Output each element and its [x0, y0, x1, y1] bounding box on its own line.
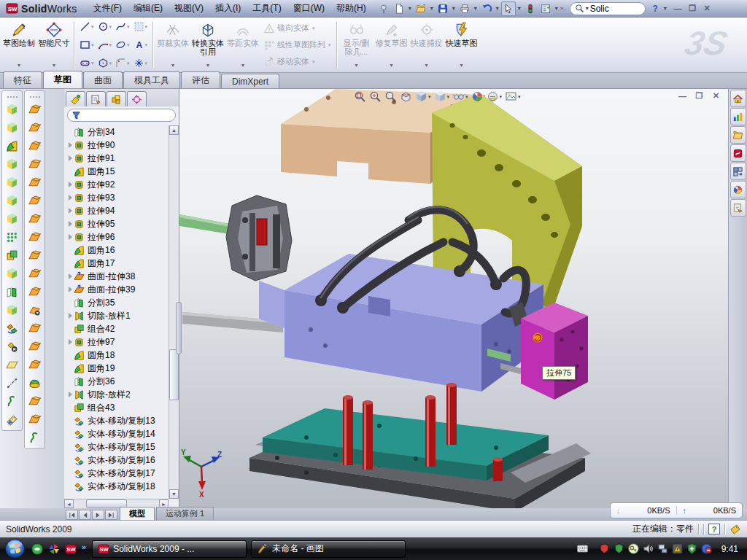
close-button[interactable]: ✕: [701, 3, 713, 14]
tree-item[interactable]: 实体-移动/复制14: [64, 427, 169, 440]
taskbar-task-button[interactable]: SW SolidWorks 2009 - ...: [92, 540, 247, 558]
toolbar-button[interactable]: 草图绘制 ▾: [1, 20, 36, 70]
surface-tool-button[interactable]: [25, 319, 44, 338]
dropdown-caret-icon[interactable]: ▾: [206, 62, 209, 69]
tree-item[interactable]: 分割34: [64, 125, 169, 139]
panel-splitter[interactable]: [176, 302, 182, 354]
help-button[interactable]: ?: [649, 3, 662, 14]
expand-arrow-icon[interactable]: [66, 313, 74, 319]
sketch-tool-button[interactable]: [78, 57, 96, 69]
antivirus-shield-icon[interactable]: [599, 543, 610, 554]
tree-item[interactable]: 拉伸95: [64, 217, 169, 230]
expand-arrow-icon[interactable]: [66, 182, 74, 187]
tree-item[interactable]: 圆角18: [64, 349, 169, 362]
dropdown-caret-icon[interactable]: ▾: [18, 62, 20, 69]
restore-button[interactable]: ❐: [686, 3, 699, 14]
keyboard-layout-icon[interactable]: [577, 543, 588, 554]
dropdown-caret-icon[interactable]: ▾: [390, 62, 393, 69]
manager-tab[interactable]: [127, 91, 147, 106]
task-pane-tab[interactable]: [730, 181, 746, 198]
nav-last-button[interactable]: [105, 510, 117, 520]
sketch-tool-button[interactable]: [78, 20, 96, 33]
hud-button[interactable]: [368, 90, 382, 104]
tree-item[interactable]: 拉伸91: [64, 152, 169, 165]
open-caret[interactable]: ▾: [429, 5, 435, 12]
traffic-light-icon[interactable]: [523, 1, 538, 16]
ribbon-tab[interactable]: 草图: [43, 71, 82, 88]
security-shield-icon[interactable]: [614, 543, 624, 554]
surface-tool-button[interactable]: [25, 101, 44, 119]
feature-tool-button[interactable]: [2, 392, 22, 411]
manager-tab[interactable]: [107, 91, 126, 106]
save-caret[interactable]: ▾: [451, 5, 457, 12]
hud-button[interactable]: [433, 90, 451, 104]
surface-tool-button[interactable]: [25, 265, 44, 283]
surface-tool-button[interactable]: [25, 174, 44, 192]
toolbar-button[interactable]: 镜向实体: [260, 20, 334, 36]
tree-item[interactable]: 曲面-拉伸38: [64, 270, 169, 283]
feature-tool-button[interactable]: [2, 265, 22, 283]
doc-restore-button[interactable]: ❐: [693, 90, 705, 101]
feature-tool-button[interactable]: [2, 283, 22, 301]
hud-button[interactable]: [414, 90, 432, 104]
surface-tool-button[interactable]: [25, 283, 44, 301]
ribbon-tab[interactable]: 模具工具: [123, 71, 180, 88]
pinwheel-app-icon[interactable]: [48, 543, 60, 555]
toolbar-button[interactable]: 转换实体引用 ▾: [190, 20, 225, 70]
hud-button[interactable]: [353, 90, 367, 104]
ribbon-tab[interactable]: 评估: [181, 71, 220, 88]
hud-button[interactable]: [486, 90, 503, 104]
tree-item[interactable]: 圆角15: [64, 165, 169, 178]
toolbar-button[interactable]: 线性草图阵列: [260, 37, 334, 52]
start-button[interactable]: [4, 538, 26, 559]
help-caret[interactable]: ▾: [662, 5, 668, 12]
undo-caret[interactable]: ▾: [495, 5, 500, 12]
expand-arrow-icon[interactable]: [66, 195, 74, 201]
surface-tool-button[interactable]: [25, 301, 44, 319]
graphics-viewport[interactable]: Y Z X — ❐ ✕ 拉伸75: [179, 89, 728, 508]
save-button[interactable]: [436, 1, 450, 16]
surface-tool-button[interactable]: [25, 228, 44, 246]
task-pane-tab[interactable]: [730, 126, 746, 144]
ribbon-tab[interactable]: 曲面: [83, 71, 123, 88]
sketch-tool-button[interactable]: [114, 57, 131, 69]
tree-item[interactable]: 实体-移动/复制13: [64, 414, 169, 427]
menu-item[interactable]: 文件(F): [88, 1, 128, 16]
feature-tool-button[interactable]: [2, 338, 22, 356]
task-pane-tab[interactable]: [730, 163, 746, 180]
expand-arrow-icon[interactable]: [66, 155, 74, 161]
expand-arrow-icon[interactable]: [66, 234, 74, 240]
new-document-button[interactable]: [392, 1, 406, 16]
feature-tool-button[interactable]: [2, 411, 22, 429]
feature-tool-button[interactable]: [2, 101, 22, 119]
expand-arrow-icon[interactable]: [66, 339, 74, 345]
expand-arrow-icon[interactable]: [66, 287, 74, 292]
toolbar-button[interactable]: 移动实体: [260, 54, 334, 69]
expand-arrow-icon[interactable]: [66, 221, 74, 227]
dropdown-caret-icon[interactable]: ▾: [460, 62, 463, 69]
sketch-tool-button[interactable]: [132, 20, 150, 33]
network-status-icon[interactable]: [657, 543, 668, 554]
toolbar-button[interactable]: 修复草图 ▾: [374, 20, 409, 70]
feature-tool-button[interactable]: [2, 228, 22, 246]
options-caret[interactable]: ▾: [554, 5, 560, 12]
nav-prev-button[interactable]: [79, 510, 91, 520]
options-button[interactable]: [538, 1, 553, 16]
alert-icon[interactable]: [672, 543, 683, 554]
hud-button[interactable]: [384, 90, 398, 104]
task-pane-tab[interactable]: [730, 108, 746, 125]
tree-item[interactable]: 拉伸90: [64, 139, 169, 152]
open-button[interactable]: [414, 1, 428, 16]
feature-tool-button[interactable]: [2, 155, 22, 174]
quicklaunch-overflow-icon[interactable]: »: [82, 542, 86, 551]
tree-item[interactable]: 曲面-拉伸39: [64, 283, 169, 296]
volume-icon[interactable]: [643, 543, 654, 554]
document-tab[interactable]: 运动算例 1: [156, 507, 214, 520]
tree-item[interactable]: 圆角19: [64, 362, 169, 375]
surface-tool-button[interactable]: [25, 210, 44, 228]
manager-tab[interactable]: [66, 91, 85, 106]
surface-tool-button[interactable]: [25, 137, 44, 155]
tree-item[interactable]: 实体-移动/复制18: [64, 480, 169, 493]
toolbar-overflow-icon[interactable]: »..: [560, 5, 566, 12]
tree-item[interactable]: 拉伸96: [64, 230, 169, 244]
